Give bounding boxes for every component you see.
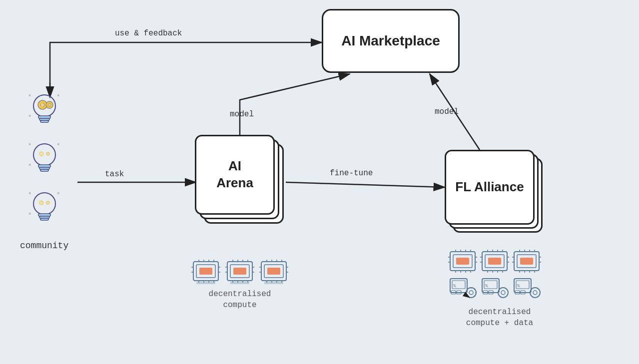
- svg-point-151: [533, 291, 537, 295]
- svg-point-143: [501, 291, 505, 295]
- svg-text:%: %: [453, 284, 456, 289]
- svg-rect-47: [196, 282, 215, 284]
- svg-rect-17: [40, 169, 48, 171]
- svg-text:×: ×: [28, 93, 31, 98]
- svg-point-14: [33, 144, 55, 166]
- svg-line-144: [500, 297, 502, 298]
- compute-data-icons: % %: [435, 250, 555, 303]
- fine-tune-label: fine-tune: [330, 169, 373, 178]
- svg-rect-97: [488, 258, 501, 265]
- chip-icon-3: [259, 260, 288, 285]
- ai-arena-wrapper: AI Arena: [195, 135, 285, 230]
- svg-text:⚙: ⚙: [39, 199, 44, 208]
- svg-text:⚙: ⚙: [46, 150, 50, 158]
- model-fl-label: model: [435, 107, 459, 116]
- svg-text:×: ×: [28, 212, 31, 217]
- decentralised-compute-data-label: decentralisedcompute + data: [435, 307, 565, 329]
- svg-text:×: ×: [28, 163, 31, 168]
- community-section: ⚙ ⚙ × × × ⚙ ⚙ × × × ⚙ ⚙ × ×: [20, 90, 68, 251]
- ai-marketplace-box: AI Marketplace: [322, 9, 460, 73]
- svg-text:×: ×: [57, 142, 59, 147]
- chip-data-icon-3: [512, 250, 541, 275]
- svg-rect-82: [456, 258, 469, 265]
- svg-rect-4: [40, 120, 48, 122]
- svg-text:⚙: ⚙: [39, 101, 44, 110]
- data-analysis-icon-1: %: [448, 278, 477, 303]
- svg-rect-63: [230, 282, 249, 284]
- svg-rect-79: [264, 282, 283, 284]
- fl-alliance-wrapper: FL Alliance: [445, 150, 545, 240]
- svg-rect-66: [267, 268, 280, 275]
- bulb-icon-2: ⚙ ⚙ × × ×: [24, 139, 64, 179]
- svg-text:×: ×: [57, 93, 59, 98]
- svg-rect-50: [233, 268, 246, 275]
- svg-text:%: %: [485, 284, 488, 289]
- community-label: community: [20, 241, 68, 251]
- ai-arena-card-front: AI Arena: [195, 135, 275, 215]
- ai-marketplace-label: AI Marketplace: [341, 32, 440, 49]
- svg-text:⚙: ⚙: [46, 101, 50, 109]
- svg-point-142: [498, 288, 508, 298]
- diagram-container: AI Marketplace use & feedback task model…: [0, 0, 639, 364]
- svg-line-152: [532, 297, 534, 298]
- svg-text:⚙: ⚙: [46, 199, 50, 207]
- bulb-icon-3: ⚙ ⚙ × × ×: [24, 188, 64, 228]
- svg-rect-112: [520, 258, 533, 265]
- compute-section: decentralisedcompute: [170, 260, 310, 311]
- use-feedback-label: use & feedback: [115, 29, 182, 38]
- chip-data-icon-1: [448, 250, 477, 275]
- data-analysis-icon-3: %: [512, 278, 541, 303]
- task-label: task: [105, 170, 124, 179]
- chip-icon-1: [191, 260, 220, 285]
- svg-text:%: %: [517, 284, 520, 289]
- svg-line-135: [468, 297, 470, 298]
- ai-arena-label: AI Arena: [216, 158, 253, 192]
- chip-icon-2: [225, 260, 254, 285]
- svg-point-150: [530, 288, 540, 298]
- svg-text:×: ×: [57, 191, 59, 196]
- svg-text:⚙: ⚙: [39, 150, 44, 159]
- compute-icons: [170, 260, 310, 285]
- svg-rect-34: [199, 268, 212, 275]
- decentralised-compute-label: decentralisedcompute: [170, 289, 310, 311]
- svg-text:×: ×: [28, 114, 31, 119]
- svg-text:×: ×: [28, 142, 31, 147]
- fl-alliance-card-front: FL Alliance: [445, 150, 535, 225]
- svg-point-136: [469, 291, 473, 295]
- svg-text:×: ×: [28, 191, 31, 196]
- chip-data-icon-2: [480, 250, 509, 275]
- compute-data-section: % %: [435, 250, 565, 329]
- svg-rect-26: [40, 218, 48, 220]
- data-analysis-icon-2: %: [480, 278, 509, 303]
- fl-alliance-label: FL Alliance: [455, 179, 524, 196]
- svg-point-23: [33, 193, 55, 215]
- bulb-icon-1: ⚙ ⚙ × × ×: [24, 90, 64, 130]
- model-arena-label: model: [230, 110, 254, 119]
